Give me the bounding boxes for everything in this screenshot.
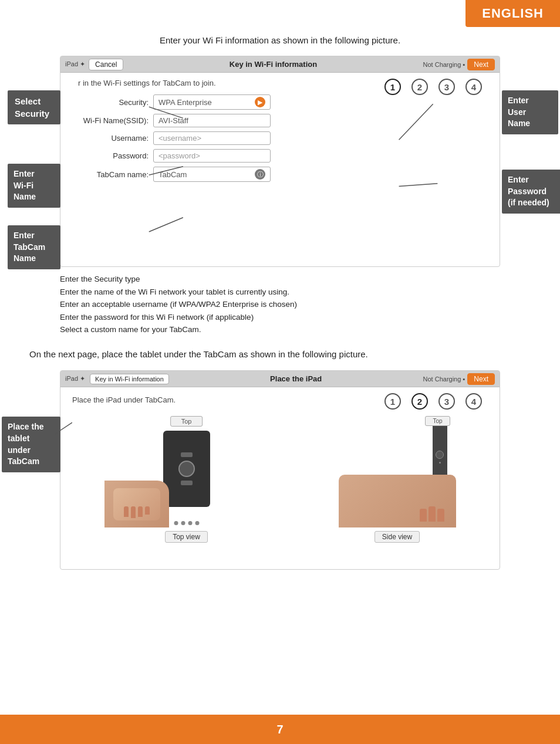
dots-indicator	[174, 521, 199, 525]
step2-3: 3	[438, 393, 455, 410]
section1-intro: Enter your Wi Fi information as shown in…	[29, 35, 531, 45]
back-button[interactable]: Key in Wi-Fi information	[90, 374, 169, 384]
step-1: 1	[384, 79, 401, 95]
desc-line-3: Enter an acceptable username (if WPA/WPA…	[60, 298, 500, 311]
cancel-button[interactable]: Cancel	[89, 59, 123, 70]
tabcam-input[interactable]: TabCam ⓘ	[153, 167, 271, 182]
battery2-status: Not Charging ▪	[423, 376, 465, 383]
ipad2-title: Place the iPad	[270, 374, 322, 383]
top-label: Top	[170, 416, 203, 427]
ipad-topbar-1: iPad ✦ Cancel Key in Wi-Fi information N…	[60, 56, 500, 73]
description-block: Enter the Security type Enter the name o…	[60, 273, 500, 336]
side-view-label: Side view	[375, 531, 420, 543]
step-3: 3	[438, 79, 455, 95]
svg-line-2	[149, 218, 183, 232]
side-view-image: Top	[339, 410, 456, 527]
step2-4: 4	[465, 393, 482, 410]
step-numbers-2: 1 2 3 4	[384, 393, 482, 410]
place-tablet-diagram: iPad ✦ Key in Wi-Fi information Place th…	[60, 370, 500, 570]
top-view-label: Top view	[165, 531, 208, 543]
ipad-body-1: r in the Wi-Fi settings for TabCam to jo…	[60, 73, 500, 249]
language-badge: ENGLISH	[465, 0, 560, 27]
tablet-images: Top	[72, 410, 488, 543]
callout-enter-tabcam: EnterTabCamName	[8, 225, 60, 269]
top-view-image: Top	[104, 410, 269, 527]
next-button-2[interactable]: Next	[467, 373, 495, 385]
hand-image	[104, 481, 169, 527]
step-4: 4	[465, 79, 482, 95]
section2-intro: On the next page, place the tablet under…	[29, 348, 531, 361]
form-row-username: Username: <username>	[72, 131, 488, 145]
form-row-password: Password: <password>	[72, 149, 488, 163]
tabcam-info-icon: ⓘ	[255, 169, 265, 180]
security-label: Security:	[72, 98, 149, 107]
form-row-wifi: Wi-Fi Name(SSID): AVI-Staff	[72, 114, 488, 127]
ipad-status-left: iPad ✦	[65, 60, 85, 68]
battery-status: Not Charging ▪	[423, 61, 465, 68]
side-view-container: Top	[339, 410, 456, 543]
svg-line-4	[399, 184, 438, 187]
step2-1: 1	[384, 393, 401, 410]
top-side-label: Top	[425, 416, 450, 426]
form-row-tabcam: TabCam name: TabCam ⓘ	[72, 167, 488, 182]
password-input[interactable]: <password>	[153, 149, 271, 163]
wifi-label: Wi-Fi Name(SSID):	[72, 116, 149, 125]
desc-line-2: Enter the name of the Wi Fi network your…	[60, 286, 500, 299]
ipad-title: Key in Wi-Fi information	[230, 60, 317, 69]
ipad2-status-left: iPad ✦	[65, 375, 85, 383]
step-numbers: 1 2 3 4	[384, 79, 482, 95]
callout-enter-username: EnterUserName	[502, 90, 558, 134]
ipad-topbar-2: iPad ✦ Key in Wi-Fi information Place th…	[60, 371, 500, 387]
callout-enter-wifi: EnterWi-FiName	[8, 164, 60, 208]
step-2: 2	[411, 79, 428, 95]
password-label: Password:	[72, 151, 149, 160]
step2-2: 2	[411, 393, 428, 410]
security-input[interactable]: WPA Enterprise ▶	[153, 94, 271, 110]
desc-line-1: Enter the Security type	[60, 273, 500, 286]
tabcam-device	[163, 431, 210, 507]
page-footer: 7	[0, 715, 560, 744]
security-arrow-icon: ▶	[255, 97, 265, 107]
username-label: Username:	[72, 134, 149, 143]
form-row-security: Security: WPA Enterprise ▶	[72, 94, 488, 110]
hand-side-image	[339, 475, 456, 527]
callout-select-security: SelectSecurity	[8, 90, 60, 124]
wifi-input[interactable]: AVI-Staff	[153, 114, 271, 127]
username-input[interactable]: <username>	[153, 131, 271, 145]
top-view-container: Top	[104, 410, 269, 543]
tabcam-label: TabCam name:	[72, 170, 149, 179]
wifi-diagram: iPad ✦ Cancel Key in Wi-Fi information N…	[60, 56, 500, 267]
callout-place-tablet: Place thetablet underTabCam	[2, 417, 60, 472]
ipad-body-2: Place the iPad under TabCam. 1 2 3 4 Pla…	[60, 387, 500, 552]
page-number: 7	[276, 723, 283, 736]
desc-line-4: Enter the password for this Wi Fi networ…	[60, 311, 500, 324]
next-button[interactable]: Next	[467, 59, 495, 70]
desc-line-5: Select a custom name for your TabCam.	[60, 323, 500, 336]
callout-enter-password: EnterPassword(if needed)	[502, 170, 560, 214]
